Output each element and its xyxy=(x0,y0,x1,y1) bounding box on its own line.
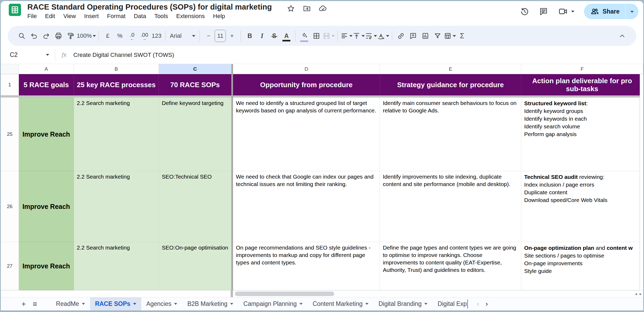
cell-b26[interactable]: 2.2 Search marketing xyxy=(74,171,159,242)
meet-camera-icon[interactable] xyxy=(558,6,568,16)
horizontal-align-button[interactable] xyxy=(340,29,353,43)
cell-e25[interactable]: Identify main consumer search behaviours… xyxy=(380,98,521,171)
menu-data[interactable]: Data xyxy=(134,13,146,20)
number-format-button[interactable]: 123 xyxy=(150,29,163,43)
tab-digital-branding[interactable]: Digital Branding xyxy=(374,297,433,311)
cell-c1[interactable]: 70 RACE SOPs xyxy=(159,74,231,95)
text-rotation-button[interactable] xyxy=(377,29,389,43)
italic-button[interactable]: I xyxy=(256,29,268,43)
move-folder-icon[interactable] xyxy=(303,4,311,13)
fill-color-button[interactable] xyxy=(298,29,310,43)
undo-button[interactable] xyxy=(28,29,40,43)
frozen-row-divider[interactable] xyxy=(1,95,643,98)
hide-menus-button[interactable] xyxy=(616,29,628,43)
row-header-25[interactable]: 25 xyxy=(1,98,19,171)
cell-e27[interactable]: Define the page types and content types … xyxy=(380,242,521,290)
menu-help[interactable]: Help xyxy=(213,13,225,20)
share-button[interactable]: Share xyxy=(584,7,625,16)
cell-a26[interactable]: Improve Reach xyxy=(19,171,74,242)
cell-c25[interactable]: Define keyword targeting xyxy=(159,98,231,171)
insert-chart-button[interactable] xyxy=(419,29,431,43)
frozen-column-divider[interactable] xyxy=(231,64,233,290)
borders-button[interactable] xyxy=(310,29,323,43)
column-header-c[interactable]: C xyxy=(159,64,231,74)
font-select[interactable]: Arial xyxy=(168,29,197,43)
horizontal-scrollbar-thumb[interactable] xyxy=(235,292,334,296)
cell-d25[interactable]: We need to identify a structured grouped… xyxy=(233,98,380,171)
format-percent-button[interactable]: % xyxy=(114,29,126,43)
vertical-scrollbar[interactable] xyxy=(640,74,643,290)
merge-cells-button[interactable] xyxy=(323,29,335,43)
cell-f27[interactable]: On-page optimization plan and content w … xyxy=(521,242,640,290)
column-header-f[interactable]: F xyxy=(521,64,643,74)
version-history-icon[interactable] xyxy=(520,7,529,16)
menu-file[interactable]: File xyxy=(27,13,37,20)
bold-button[interactable]: B xyxy=(244,29,256,43)
add-sheet-button[interactable]: + xyxy=(22,300,26,308)
menu-extensions[interactable]: Extensions xyxy=(176,13,205,20)
column-header-b[interactable]: B xyxy=(74,64,159,74)
functions-button[interactable]: Σ xyxy=(456,29,468,43)
increase-decimals-button[interactable]: .00→ xyxy=(138,29,150,43)
cell-a25[interactable]: Improve Reach xyxy=(19,98,74,171)
cell-b1[interactable]: 25 key RACE processes xyxy=(74,74,159,95)
vertical-align-button[interactable] xyxy=(353,29,365,43)
menu-format[interactable]: Format xyxy=(107,13,126,20)
tabs-scroll-right-icon[interactable]: › xyxy=(486,300,488,308)
cloud-status-icon[interactable] xyxy=(319,4,327,13)
cell-a27[interactable]: Improve Reach xyxy=(19,242,74,290)
print-button[interactable] xyxy=(52,29,65,43)
text-color-button[interactable]: A xyxy=(280,29,293,43)
menu-view[interactable]: View xyxy=(63,13,76,20)
cell-f26[interactable]: Technical SEO audit reviewing: Index inc… xyxy=(521,171,640,242)
cell-c27[interactable]: SEO:On-page optimisation xyxy=(159,242,231,290)
comment-history-icon[interactable] xyxy=(539,7,548,16)
scroll-right-arrow-icon[interactable]: ▸ xyxy=(639,292,642,296)
tab-campaign-planning[interactable]: Campaign Planning xyxy=(238,297,308,311)
row-header-1[interactable]: 1 xyxy=(1,74,19,95)
camera-dropdown-icon[interactable] xyxy=(571,11,574,12)
tab-race-sops[interactable]: RACE SOPs xyxy=(90,297,141,311)
cell-c26[interactable]: SEO:Technical SEO xyxy=(159,171,231,242)
strikethrough-button[interactable]: S xyxy=(268,29,280,43)
decrease-font-size-button[interactable]: − xyxy=(202,29,215,43)
column-header-d[interactable]: D xyxy=(233,64,380,74)
menu-tools[interactable]: Tools xyxy=(154,13,168,20)
tab-content-marketing[interactable]: Content Marketing xyxy=(308,297,374,311)
format-currency-button[interactable]: £ xyxy=(101,29,114,43)
table-tools-button[interactable] xyxy=(444,29,456,43)
cell-b25[interactable]: 2.2 Search marketing xyxy=(74,98,159,171)
row-header-27[interactable]: 27 xyxy=(1,242,19,290)
select-all-corner[interactable] xyxy=(1,64,19,74)
font-size-input[interactable]: 11 xyxy=(215,30,226,42)
cell-f1[interactable]: Action plan deliverable for pro sub-task… xyxy=(521,74,643,95)
column-header-a[interactable]: A xyxy=(19,64,74,74)
tab-digital-exp[interactable]: Digital Exp xyxy=(433,297,467,311)
insert-link-button[interactable] xyxy=(395,29,407,43)
create-filter-button[interactable] xyxy=(431,29,444,43)
zoom-select[interactable]: 100% xyxy=(77,29,96,43)
insert-comment-button[interactable] xyxy=(407,29,419,43)
search-menus-button[interactable] xyxy=(16,29,28,43)
text-wrap-button[interactable] xyxy=(365,29,377,43)
increase-font-size-button[interactable]: + xyxy=(226,29,238,43)
cell-d27[interactable]: On page recommendations and SEO style gu… xyxy=(233,242,380,290)
row-header-26[interactable]: 26 xyxy=(1,171,19,242)
all-sheets-button[interactable]: ≡ xyxy=(33,300,37,308)
decrease-decimals-button[interactable]: .0← xyxy=(126,29,138,43)
paint-format-button[interactable] xyxy=(65,29,77,43)
tab-b2b-marketing[interactable]: B2B Marketing xyxy=(182,297,238,311)
document-title[interactable]: RACE Standard Operating Procedures (SOPs… xyxy=(27,3,272,11)
column-header-e[interactable]: E xyxy=(380,64,521,74)
cell-d26[interactable]: We need to check that Google can index o… xyxy=(233,171,380,242)
tab-readme[interactable]: ReadMe xyxy=(51,297,90,311)
formula-input[interactable]: Create Digital Channel SWOT (TOWS) xyxy=(73,52,174,58)
redo-button[interactable] xyxy=(40,29,52,43)
cell-f25[interactable]: Structured keyword list: Identify keywor… xyxy=(521,98,640,171)
menu-insert[interactable]: Insert xyxy=(84,13,99,20)
scroll-left-arrow-icon[interactable]: ◂ xyxy=(635,292,637,296)
sheets-logo-icon[interactable] xyxy=(9,4,21,16)
cell-a1[interactable]: 5 RACE goals xyxy=(19,74,74,95)
menu-edit[interactable]: Edit xyxy=(45,13,55,20)
cell-e26[interactable]: Identify improvements to site indexing, … xyxy=(380,171,521,242)
